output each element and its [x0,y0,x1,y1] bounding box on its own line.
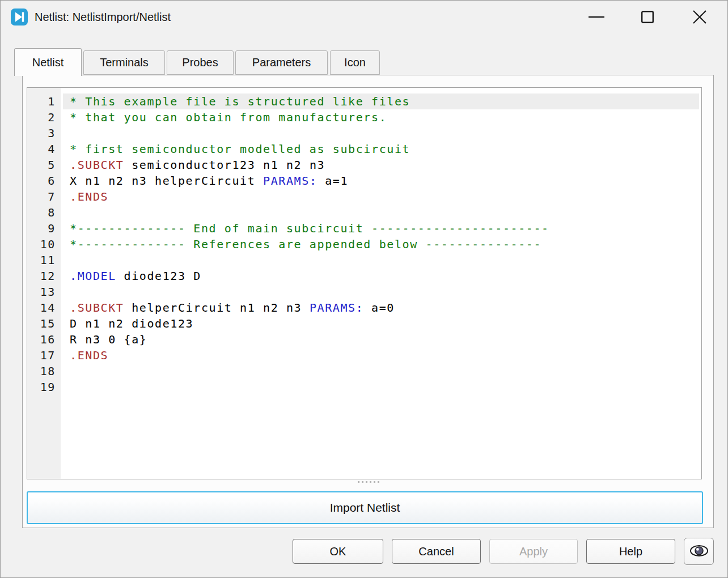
code-lines: 1* This example file is structured like … [27,88,701,395]
line-number: 17 [27,348,61,362]
line-number: 16 [27,333,61,346]
code-line: 2* that you can obtain from manufacturer… [27,109,701,125]
play-to-end-icon [11,8,28,26]
line-number: 9 [27,222,61,235]
line-number: 1 [27,95,61,108]
code-line: 4* first semiconductor modelled as subci… [27,141,701,157]
tab-icon[interactable]: Icon [330,50,380,75]
code-line: 14.SUBCKT helperCircuit n1 n2 n3 PARAMS:… [27,300,701,316]
code-line: 9*-------------- End of main subcircuit … [27,220,701,236]
code-line: 16R n3 0 {a} [27,332,701,347]
code-line: 19 [27,379,701,395]
line-number: 19 [27,380,61,394]
import-netlist-button[interactable]: Import Netlist [27,491,703,524]
line-number: 12 [27,269,61,283]
eye-icon [689,543,709,560]
help-button[interactable]: Help [586,539,675,564]
code-line: 8 [27,205,701,220]
netlist-code-editor[interactable]: 1* This example file is structured like … [27,87,702,479]
code-line: 10*-------------- References are appende… [27,236,701,252]
tab-probes-label: Probes [182,56,218,69]
ok-button[interactable]: OK [293,539,383,564]
code-line: 5.SUBCKT semiconductor123 n1 n2 n3 [27,157,701,173]
code-line: 12.MODEL diode123 D [27,268,701,284]
code-line: 11 [27,252,701,268]
tab-terminals-label: Terminals [100,56,149,69]
line-number: 18 [27,364,61,378]
preview-eye-button[interactable] [684,538,714,565]
line-number: 7 [27,190,61,203]
code-line: 17.ENDS [27,347,701,363]
tab-icon-label: Icon [344,56,366,69]
line-number: 13 [27,285,61,299]
tab-netlist[interactable]: Netlist [14,48,82,76]
cancel-button[interactable]: Cancel [392,539,481,564]
tab-terminals[interactable]: Terminals [83,50,165,75]
resize-grip[interactable] [357,481,380,483]
tab-netlist-label: Netlist [32,56,64,69]
tab-parameters-label: Parameters [252,56,311,69]
netlist-dialog-window: Netlist: NetlistImport/Netlist Netlist T… [0,0,728,578]
code-line: 15D n1 n2 diode123 [27,316,701,332]
line-number: 11 [27,253,61,267]
line-number: 14 [27,301,61,314]
tab-probes[interactable]: Probes [167,50,234,75]
code-line: 7.ENDS [27,189,701,205]
window-title: Netlist: NetlistImport/Netlist [35,1,171,33]
line-number: 6 [27,174,61,188]
line-number: 2 [27,110,61,124]
close-button[interactable] [684,1,716,33]
line-number: 3 [27,126,61,140]
code-line: 13 [27,284,701,300]
line-number: 15 [27,317,61,330]
apply-button[interactable]: Apply [489,539,578,564]
maximize-button[interactable] [632,1,663,33]
line-number: 4 [27,142,61,156]
tab-content-panel: 1* This example file is structured like … [22,75,714,528]
minimize-button[interactable] [581,1,612,33]
code-line: 6X n1 n2 n3 helperCircuit PARAMS: a=1 [27,173,701,189]
line-number: 5 [27,158,61,172]
code-line: 18 [27,363,701,379]
line-number: 8 [27,206,61,219]
titlebar[interactable]: Netlist: NetlistImport/Netlist [1,1,727,33]
code-line: 1* This example file is structured like … [27,94,701,109]
tab-parameters[interactable]: Parameters [235,50,328,75]
code-line: 3 [27,125,701,141]
line-number: 10 [27,237,61,251]
